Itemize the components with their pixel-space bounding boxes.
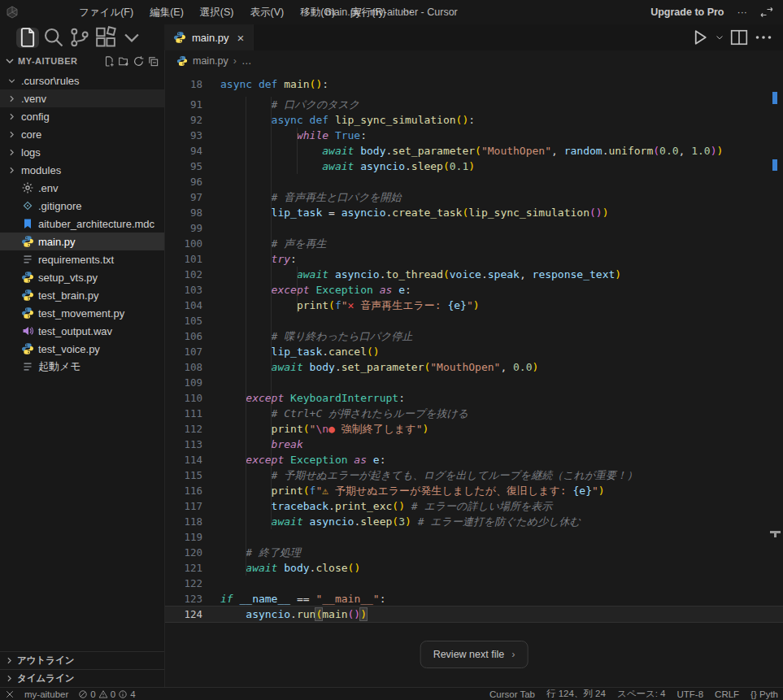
line-number[interactable]: 117 <box>165 498 202 514</box>
line-number[interactable]: 121 <box>165 560 202 576</box>
line-number[interactable]: 101 <box>165 251 202 267</box>
tree-item-cursor-rules[interactable]: .cursor\rules <box>0 72 164 89</box>
tree-item-test-brain-py[interactable]: test_brain.py <box>0 286 164 304</box>
code-line-118[interactable]: 118 await asyncio.sleep(3) # エラー連打を防ぐため少… <box>165 514 783 529</box>
menu-g[interactable]: 移動(G) <box>293 3 342 22</box>
line-number[interactable]: 96 <box>165 174 202 189</box>
new-folder-icon[interactable] <box>118 55 130 67</box>
explorer-icon[interactable] <box>16 28 39 48</box>
line-number[interactable]: 93 <box>165 128 202 143</box>
code-line-104[interactable]: 104 print(f"✕ 音声再生エラー: {e}") <box>165 298 783 313</box>
tab-main-py[interactable]: main.py × <box>164 24 254 50</box>
line-number[interactable]: 104 <box>165 298 202 313</box>
line-number[interactable]: 119 <box>165 529 202 545</box>
line-number[interactable]: 111 <box>165 406 202 421</box>
line-number[interactable]: 97 <box>165 189 202 205</box>
refresh-icon[interactable] <box>133 55 145 67</box>
line-number[interactable]: 105 <box>165 313 202 328</box>
line-number[interactable]: 91 <box>165 97 202 112</box>
line-number[interactable]: 102 <box>165 267 202 282</box>
chevron-down-icon[interactable] <box>120 28 143 48</box>
layout-toggle-icon[interactable] <box>760 6 773 19</box>
breadcrumb-file[interactable]: main.py <box>193 55 228 67</box>
close-icon[interactable]: × <box>237 31 245 45</box>
status-eol[interactable]: CRLF <box>715 689 739 699</box>
line-number[interactable]: 103 <box>165 282 202 298</box>
collapse-all-icon[interactable] <box>147 55 159 67</box>
code-line-119[interactable]: 119 <box>165 529 783 545</box>
status-indent[interactable]: スペース: 4 <box>617 688 666 700</box>
code-line-18[interactable]: 18async def main(): <box>165 76 783 92</box>
more-icon[interactable] <box>754 28 773 47</box>
code-line-123[interactable]: 123if __name__ == "__main__": <box>165 591 783 607</box>
code-line-91[interactable]: 91 # 口パクのタスク <box>165 97 783 112</box>
code-line-96[interactable]: 96 <box>165 174 783 189</box>
line-number[interactable]: 106 <box>165 328 202 344</box>
line-number[interactable]: 116 <box>165 483 202 498</box>
source-control-icon[interactable] <box>68 28 91 48</box>
code-line-94[interactable]: 94 await body.set_parameter("MouthOpen",… <box>165 143 783 159</box>
status-line-col[interactable]: 行 124、列 24 <box>546 688 606 700</box>
menu-item[interactable]: ··· <box>395 3 420 22</box>
code-line-115[interactable]: 115 # 予期せぬエラーが起きても、ログを出してループを継続（これが重要！） <box>165 467 783 483</box>
tree-item-test-movement-py[interactable]: test_movement.py <box>0 304 164 322</box>
tree-item-config[interactable]: config <box>0 107 164 125</box>
code-line-120[interactable]: 120 # 終了処理 <box>165 545 783 560</box>
code-line-113[interactable]: 113 break <box>165 437 783 452</box>
tree-item-venv[interactable]: .venv <box>0 89 164 107</box>
status-cursor-tab[interactable]: Cursor Tab <box>489 689 535 699</box>
line-number[interactable]: 100 <box>165 236 202 251</box>
upgrade-to-pro-button[interactable]: Upgrade to Pro <box>650 7 724 18</box>
sidebar-section-item[interactable]: タイムライン <box>0 669 164 687</box>
line-number[interactable]: 18 <box>165 76 202 92</box>
line-number[interactable]: 108 <box>165 359 202 375</box>
line-number[interactable]: 98 <box>165 205 202 220</box>
menu-r[interactable]: 実行(R) <box>344 3 393 22</box>
status-workspace[interactable]: my-aituber <box>24 689 68 699</box>
line-number[interactable]: 122 <box>165 576 202 591</box>
code-line-105[interactable]: 105 <box>165 313 783 328</box>
run-icon[interactable] <box>690 28 710 47</box>
line-number[interactable]: 95 <box>165 159 202 174</box>
code-line-124[interactable]: 124 asyncio.run(main()) <box>165 607 783 622</box>
new-file-icon[interactable] <box>103 55 115 67</box>
menu-f[interactable]: ファイル(F) <box>72 3 141 22</box>
code-line-106[interactable]: 106 # 喋り終わったら口パク停止 <box>165 328 783 344</box>
line-number[interactable]: 112 <box>165 421 202 437</box>
remote-indicator[interactable] <box>5 689 15 699</box>
line-number[interactable]: 107 <box>165 344 202 359</box>
tree-item-item[interactable]: 起動メモ <box>0 358 164 376</box>
tree-item-main-py[interactable]: main.py <box>0 233 164 250</box>
tree-item-test-output-wav[interactable]: test_output.wav <box>0 322 164 340</box>
line-number[interactable]: 99 <box>165 220 202 236</box>
line-number[interactable]: 123 <box>165 591 202 607</box>
code-line-103[interactable]: 103 except Exception as e: <box>165 282 783 298</box>
line-number[interactable]: 118 <box>165 514 202 529</box>
tree-item-core[interactable]: core <box>0 125 164 143</box>
sidebar-section-item[interactable]: アウトライン <box>0 651 164 669</box>
explorer-section-header[interactable]: MY-AITUBER <box>0 50 164 72</box>
code-line-97[interactable]: 97 # 音声再生と口パクを開始 <box>165 189 783 205</box>
tree-item-env[interactable]: .env <box>0 179 164 197</box>
code-line-114[interactable]: 114 except Exception as e: <box>165 452 783 467</box>
code-line-111[interactable]: 111 # Ctrl+C が押されたらループを抜ける <box>165 406 783 421</box>
code-area[interactable]: 18async def main():91 # 口パクのタスク92 async … <box>165 72 783 622</box>
line-number[interactable]: 113 <box>165 437 202 452</box>
code-line-122[interactable]: 122 <box>165 576 783 591</box>
breadcrumb-more[interactable]: … <box>241 55 252 67</box>
line-number[interactable]: 92 <box>165 112 202 128</box>
code-line-101[interactable]: 101 try: <box>165 251 783 267</box>
tree-item-requirements-txt[interactable]: requirements.txt <box>0 250 164 268</box>
menu-e[interactable]: 編集(E) <box>142 3 191 22</box>
tree-item-test-voice-py[interactable]: test_voice.py <box>0 340 164 358</box>
line-number[interactable]: 120 <box>165 545 202 560</box>
code-line-121[interactable]: 121 await body.close() <box>165 560 783 576</box>
tree-item-logs[interactable]: logs <box>0 143 164 161</box>
status-problems[interactable]: 0 0 4 <box>78 689 135 699</box>
code-line-99[interactable]: 99 <box>165 220 783 236</box>
search-icon[interactable] <box>42 28 65 48</box>
extensions-icon[interactable] <box>94 28 117 48</box>
code-line-92[interactable]: 92 async def lip_sync_simulation(): <box>165 112 783 128</box>
line-number[interactable]: 110 <box>165 390 202 406</box>
menu-s[interactable]: 選択(S) <box>193 3 241 22</box>
